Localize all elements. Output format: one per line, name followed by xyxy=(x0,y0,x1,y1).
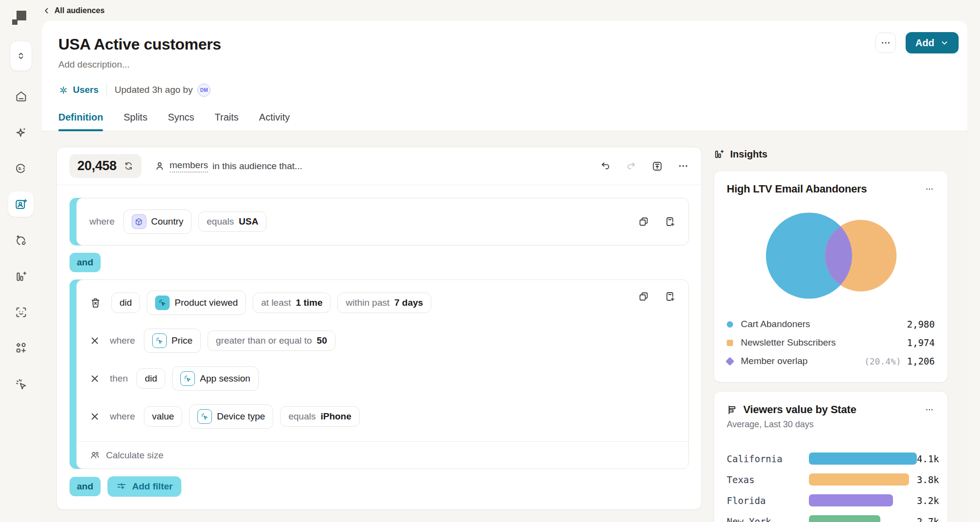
canvas-more-icon[interactable] xyxy=(678,160,689,172)
refresh-icon[interactable] xyxy=(123,161,134,171)
bar-fill-2 xyxy=(809,494,893,506)
and-connector-2[interactable]: and xyxy=(70,477,101,496)
add-filter-button[interactable]: Add filter xyxy=(107,476,181,497)
bar-card-subtitle: Average, Last 30 days xyxy=(727,419,935,430)
tab-activity[interactable]: Activity xyxy=(259,112,290,131)
card-more-icon[interactable] xyxy=(924,183,935,193)
canvas-body: where Country equals xyxy=(57,185,701,509)
app-logo[interactable] xyxy=(11,10,27,26)
sidebar-item-analytics[interactable] xyxy=(8,263,34,289)
tab-splits[interactable]: Splits xyxy=(123,112,147,131)
connector-where: where xyxy=(110,335,135,346)
operator-chip-equals-iphone[interactable]: equals iPhone xyxy=(280,406,359,427)
source-users-link[interactable]: Users xyxy=(58,85,99,95)
bar-value: 4.1k xyxy=(917,453,939,464)
bar-label: Florida xyxy=(727,495,809,506)
sidebar-item-home[interactable] xyxy=(8,84,34,109)
event-chip-app-session[interactable]: App session xyxy=(172,366,259,391)
window-prefix: within past xyxy=(346,297,389,308)
operator-chip-gte-50[interactable]: greater than or equal to 50 xyxy=(208,331,335,351)
page-title: USA Active customers xyxy=(58,35,951,53)
event-cursor-icon xyxy=(197,409,212,424)
remove-filter-icon[interactable] xyxy=(89,335,100,346)
sidebar-item-automation[interactable] xyxy=(8,371,34,397)
sidebar-item-ai-assistant[interactable] xyxy=(8,120,34,145)
event-cursor-icon xyxy=(180,371,195,386)
sidebar-collapse-button[interactable] xyxy=(10,41,32,71)
filter-plus-icon xyxy=(116,481,127,492)
add-button[interactable]: Add xyxy=(906,32,959,53)
sidebar-item-apps[interactable] xyxy=(8,335,34,361)
logo-square-small xyxy=(12,19,18,25)
ai-sparkle-icon xyxy=(15,126,28,139)
bar-label: New York xyxy=(727,516,809,522)
subject-row: members in this audience that... xyxy=(154,160,302,173)
breadcrumb[interactable]: All audiences xyxy=(42,0,105,21)
operator-value: USA xyxy=(239,216,258,227)
sidebar-item-identity[interactable] xyxy=(8,299,34,325)
venn-diagram xyxy=(727,202,935,310)
undo-icon[interactable] xyxy=(600,160,611,172)
canvas-header: 20,458 members in this audience that... xyxy=(57,147,701,185)
frequency-prefix: at least xyxy=(261,297,291,308)
frequency-chip[interactable]: at least 1 time xyxy=(253,293,331,313)
duplicate-icon[interactable] xyxy=(638,216,649,227)
avatar[interactable]: DM xyxy=(197,84,210,97)
builder-canvas: 20,458 members in this audience that... xyxy=(56,147,702,510)
duplicate-icon[interactable] xyxy=(638,291,649,302)
connector-where: where xyxy=(89,216,115,227)
bar-fill-3 xyxy=(809,515,880,522)
card-more-icon[interactable] xyxy=(924,403,935,414)
property-chip-device-type[interactable]: Device type xyxy=(189,404,273,429)
insights-chart-icon xyxy=(714,149,725,160)
insights-title: Insights xyxy=(730,149,768,160)
bar-row-california: California 4.1k xyxy=(727,448,935,469)
condition-row-card: did Product viewed at xyxy=(76,279,689,469)
event-cursor-icon xyxy=(152,333,167,348)
time-window-chip[interactable]: within past 7 days xyxy=(337,293,431,313)
legend-label: Cart Abandoners xyxy=(741,319,810,330)
sidebar-item-agents[interactable] xyxy=(8,156,34,181)
bar-value: 3.8k xyxy=(917,474,939,485)
add-note-icon[interactable] xyxy=(664,291,676,302)
tab-traits[interactable]: Traits xyxy=(215,112,239,131)
description-placeholder[interactable]: Add description... xyxy=(58,59,951,70)
remove-filter-icon[interactable] xyxy=(89,373,100,384)
tab-syncs[interactable]: Syncs xyxy=(168,112,194,131)
condition-group-1: where Country equals xyxy=(70,198,689,245)
trash-icon[interactable] xyxy=(89,297,102,309)
property-chip-price[interactable]: Price xyxy=(144,329,201,353)
event-chip-product-viewed[interactable]: Product viewed xyxy=(147,291,246,315)
member-count-pill[interactable]: 20,458 xyxy=(70,154,141,178)
page-more-button[interactable] xyxy=(875,33,896,53)
operator-chip-equals-usa[interactable]: equals USA xyxy=(198,211,266,232)
bar-chart: California 4.1k Texas 3.8k Florida xyxy=(727,448,935,522)
save-template-icon[interactable] xyxy=(651,160,663,172)
chevron-down-icon xyxy=(940,38,949,47)
members-selector[interactable]: members xyxy=(170,160,208,173)
face-scan-icon xyxy=(15,306,28,319)
add-note-icon[interactable] xyxy=(664,216,676,227)
remove-filter-icon[interactable] xyxy=(89,411,100,422)
and-connector-1[interactable]: and xyxy=(70,253,101,272)
verb-chip-did[interactable]: did xyxy=(137,368,165,389)
bar-card-title: Viewers value by State xyxy=(727,403,856,416)
filter-row-device-type: where value Device type xyxy=(77,398,688,435)
property-chip-label: Device type xyxy=(217,411,265,422)
sidebar-item-audiences[interactable] xyxy=(8,191,34,217)
legend-label: Newsletter Subscribers xyxy=(741,337,836,348)
property-chip-country[interactable]: Country xyxy=(123,209,192,234)
calculate-size-button[interactable]: Calculate size xyxy=(77,442,688,469)
event-row-product-viewed: did Product viewed at xyxy=(77,280,688,322)
tab-definition[interactable]: Definition xyxy=(58,112,103,131)
bar-label: California xyxy=(727,453,809,464)
sidebar-item-connections[interactable] xyxy=(8,227,34,253)
definition-workspace: 20,458 members in this audience that... xyxy=(42,131,967,522)
canvas-toolbar xyxy=(600,160,689,172)
apps-shapes-icon xyxy=(15,342,28,355)
kind-chip-value[interactable]: value xyxy=(144,406,182,427)
redo-icon[interactable] xyxy=(626,160,637,172)
page-header: USA Active customers Add description... … xyxy=(42,21,967,131)
verb-chip-did[interactable]: did xyxy=(111,293,140,313)
chevron-left-icon xyxy=(43,7,51,15)
